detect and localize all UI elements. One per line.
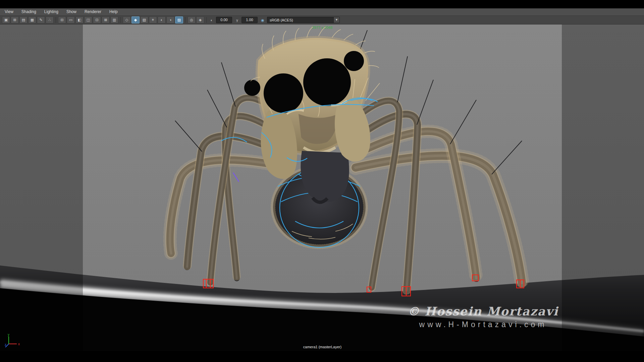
panel-menu-bar: ViewShadingLightingShowRendererHelp <box>0 8 644 16</box>
axis-y-label: y <box>8 334 9 337</box>
safe-action-icon[interactable]: ⊠ <box>102 16 110 23</box>
menu-item-lighting[interactable]: Lighting <box>44 8 58 15</box>
gate-mask-icon[interactable]: ◫ <box>84 16 92 23</box>
view-axis-gizmo: x y z <box>5 334 23 349</box>
toolbar-separator <box>120 17 121 23</box>
exposure-field[interactable]: 0.00 <box>216 17 232 23</box>
colorspace-dropdown[interactable]: sRGB (ACES) ▼ <box>267 17 340 23</box>
resolution-gate-label: 2977 x 2048 <box>83 25 562 29</box>
grid-icon[interactable]: ⊟ <box>58 16 66 23</box>
axis-z-label: z <box>5 343 6 347</box>
use-all-lights-icon[interactable]: ☀ <box>149 16 157 23</box>
toolbar-separator <box>185 17 185 23</box>
toolbar-separator <box>56 17 56 23</box>
bottom-black-strip <box>0 351 644 362</box>
camera-name-label: camera1 (masterLayer) <box>83 345 562 349</box>
menu-item-view[interactable]: View <box>5 8 13 15</box>
colorspace-value: sRGB (ACES) <box>267 18 333 22</box>
image-plane-icon[interactable]: ▦ <box>28 16 36 23</box>
menu-item-renderer[interactable]: Renderer <box>85 8 101 15</box>
watermark-signature: © Hossein Mortazavi <box>396 304 570 318</box>
color-management-icon[interactable]: ◉ <box>260 17 266 23</box>
toolbar-separator <box>206 17 207 23</box>
chevron-down-icon[interactable]: ▼ <box>333 17 339 23</box>
camera-gate-mask-left <box>0 24 83 351</box>
anti-alias-icon[interactable]: ▨ <box>175 16 183 23</box>
panel-toolbar: ▣⊞▤▦✎∴⊟▭◧◫⊡⊠▥◇◆▧☀◐◑▨◎◈ ◐ 0.00 γ 1.00 ◉ s… <box>0 16 644 24</box>
isolate-select-icon[interactable]: ◎ <box>187 16 196 23</box>
gamma-icon[interactable]: γ <box>234 17 240 23</box>
camera-bookmark-icon[interactable]: ▤ <box>19 16 28 23</box>
menu-item-show[interactable]: Show <box>66 8 76 15</box>
shadows-icon[interactable]: ◐ <box>158 16 166 23</box>
film-gate-icon[interactable]: ▭ <box>67 16 75 23</box>
safe-title-icon[interactable]: ▥ <box>110 16 118 23</box>
wireframe-icon[interactable]: ◇ <box>123 16 131 23</box>
textured-icon[interactable]: ▧ <box>140 16 148 23</box>
smooth-shade-icon[interactable]: ◆ <box>131 16 140 23</box>
xray-icon[interactable]: ◈ <box>196 16 204 23</box>
top-black-strip <box>0 0 644 8</box>
watermark-url: www.H-Mortazavi.com <box>396 320 570 329</box>
toolbar-icons: ▣⊞▤▦✎∴⊟▭◧◫⊡⊠▥◇◆▧☀◐◑▨◎◈ <box>2 16 208 23</box>
grease-pencil-icon[interactable]: ✎ <box>37 16 45 23</box>
resolution-gate-icon[interactable]: ◧ <box>75 16 84 23</box>
pan-zoom-icon[interactable]: ⊞ <box>11 16 19 23</box>
menu-item-help[interactable]: Help <box>109 8 118 15</box>
camera-gate-mask-right <box>562 24 644 351</box>
exposure-icon[interactable]: ◐ <box>209 17 215 23</box>
watermark: © Hossein Mortazavi www.H-Mortazavi.com <box>396 304 570 329</box>
field-chart-icon[interactable]: ⊡ <box>93 16 101 23</box>
gamma-field[interactable]: 1.00 <box>241 17 258 23</box>
maya-panel-window: 2977 x 2048 camera1 (masterLayer) © Hoss… <box>0 0 644 362</box>
occlusion-icon[interactable]: ◑ <box>166 16 174 23</box>
menu-item-shading[interactable]: Shading <box>21 8 36 15</box>
axis-x-label: x <box>18 342 20 346</box>
snap-to-view-icon[interactable]: ∴ <box>46 16 54 23</box>
select-camera-icon[interactable]: ▣ <box>2 16 10 23</box>
